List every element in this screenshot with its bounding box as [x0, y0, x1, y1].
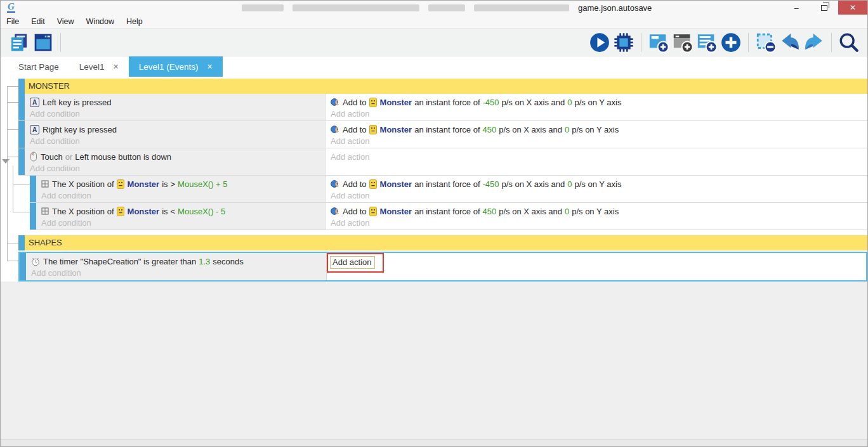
tree-line	[7, 86, 18, 87]
tab-label: Start Page	[18, 62, 59, 72]
window-title-text: game.json.autosave	[578, 3, 652, 13]
collapse-arrow-icon[interactable]	[2, 159, 10, 164]
gdevelop-window: G game.json.autosave – ✕ File Edit View …	[0, 0, 868, 447]
add-condition-link[interactable]: Add condition	[25, 162, 325, 173]
open-scene-icon	[33, 32, 53, 53]
close-tab-icon[interactable]: ×	[207, 62, 213, 72]
event-bar	[20, 253, 26, 280]
force-icon	[331, 98, 339, 107]
tab-label: Level1 (Events)	[139, 62, 199, 72]
add-other-button[interactable]	[719, 30, 743, 55]
mouse-icon	[30, 152, 37, 162]
add-action-link[interactable]: Add action	[326, 135, 867, 146]
debug-button[interactable]	[612, 30, 636, 55]
monster-object-icon	[117, 179, 124, 189]
condition-text[interactable]: The timer "ShapeCreation" is greater tha…	[26, 253, 326, 267]
force-icon	[331, 179, 339, 188]
open-scene-button[interactable]	[31, 30, 55, 55]
force-icon	[331, 125, 339, 134]
condition-text[interactable]: The X position of Monster is < MouseX() …	[36, 203, 325, 217]
menu-edit[interactable]: Edit	[30, 16, 51, 27]
window-title: game.json.autosave	[242, 3, 652, 13]
action-text[interactable]: Add to Monster an instant force of -450 …	[326, 94, 867, 108]
condition-text[interactable]: A Left key is pressed	[25, 94, 325, 108]
undo-button[interactable]	[778, 30, 802, 55]
toolbar-separator	[641, 33, 641, 52]
menu-view[interactable]: View	[56, 16, 81, 27]
events-background	[1, 282, 867, 446]
tree-line	[7, 129, 18, 130]
action-text[interactable]: Add to Monster an instant force of -450 …	[326, 176, 867, 190]
new-project-button[interactable]	[7, 30, 31, 55]
add-action-link[interactable]: Add action	[326, 148, 867, 162]
condition-text[interactable]: A Right key is pressed	[25, 121, 325, 135]
add-event-button[interactable]	[647, 30, 671, 55]
toolbar-separator	[748, 33, 749, 52]
play-button[interactable]	[588, 30, 612, 55]
position-icon	[41, 207, 49, 215]
monster-object-icon	[117, 207, 124, 216]
add-condition-link[interactable]: Add condition	[36, 190, 325, 200]
condition-text[interactable]: Touch or Left mouse button is down	[25, 148, 325, 162]
add-condition-link[interactable]: Add condition	[25, 108, 325, 119]
event-row-left-key[interactable]: A Left key is pressed Add condition Add …	[18, 94, 867, 121]
event-row-right-key[interactable]: A Right key is pressed Add condition Add…	[18, 121, 867, 148]
add-event-icon	[648, 32, 669, 53]
redo-icon	[803, 32, 825, 53]
minimize-button[interactable]: –	[782, 1, 810, 15]
tree-line	[7, 102, 18, 103]
add-action-link[interactable]: Add action	[326, 190, 867, 200]
menu-help[interactable]: Help	[126, 16, 149, 27]
delete-selection-icon	[755, 32, 777, 53]
tab-level1-events[interactable]: Level1 (Events) ×	[129, 56, 223, 77]
add-sub-event-icon	[672, 32, 694, 53]
event-bar	[18, 94, 25, 120]
event-row-timer[interactable]: The timer "ShapeCreation" is greater tha…	[18, 252, 867, 282]
add-sub-event-button[interactable]	[671, 30, 695, 55]
add-comment-icon	[696, 32, 718, 53]
tab-level1[interactable]: Level1 ×	[69, 56, 129, 77]
delete-selection-button[interactable]	[754, 30, 778, 55]
add-comment-button[interactable]	[695, 30, 719, 55]
add-action-link[interactable]: Add action	[326, 217, 867, 228]
event-bar	[18, 148, 25, 175]
event-row-touch[interactable]: Touch or Left mouse button is down Add c…	[18, 148, 867, 176]
menu-file[interactable]: File	[6, 16, 25, 27]
add-action-link[interactable]: Add action	[326, 108, 867, 119]
event-bar	[18, 121, 25, 148]
action-text[interactable]: Add to Monster an instant force of 450 p…	[326, 121, 867, 135]
horizontal-scrollbar[interactable]	[1, 439, 867, 446]
add-action-link[interactable]: Add action	[330, 256, 375, 269]
restore-button[interactable]	[810, 1, 838, 15]
event-bar	[18, 79, 25, 94]
event-bar	[30, 203, 36, 230]
event-bar	[18, 235, 25, 250]
event-row-xpos-lt[interactable]: The X position of Monster is < MouseX() …	[30, 203, 867, 230]
tree-line	[7, 86, 8, 261]
condition-text[interactable]: The X position of Monster is > MouseX() …	[36, 176, 325, 190]
add-condition-link[interactable]: Add condition	[26, 267, 326, 278]
redacted-title-block	[428, 4, 465, 11]
add-condition-link[interactable]: Add condition	[25, 135, 325, 146]
tab-start-page[interactable]: Start Page	[8, 56, 69, 77]
keyboard-key-icon: A	[30, 125, 39, 134]
menu-bar: File Edit View Window Help	[1, 15, 867, 29]
debug-icon	[614, 32, 634, 53]
events-sheet: MONSTER A Left key is pressed Add condit…	[1, 77, 867, 446]
close-button[interactable]: ✕	[838, 1, 867, 15]
tab-label: Level1	[79, 62, 105, 72]
play-icon	[589, 32, 610, 53]
tree-line	[13, 185, 30, 185]
search-button[interactable]	[837, 30, 861, 55]
redo-button[interactable]	[802, 30, 826, 55]
event-group-monster[interactable]: MONSTER	[18, 79, 867, 94]
close-tab-icon[interactable]: ×	[114, 62, 119, 72]
menu-window[interactable]: Window	[86, 16, 121, 27]
event-group-shapes[interactable]: SHAPES	[18, 235, 867, 250]
new-project-icon	[9, 32, 29, 53]
action-text[interactable]: Add to Monster an instant force of 450 p…	[326, 203, 867, 217]
annotation-highlight-box: Add action	[327, 253, 384, 273]
restore-icon	[821, 5, 827, 11]
add-condition-link[interactable]: Add condition	[36, 217, 325, 228]
event-row-xpos-gt[interactable]: The X position of Monster is > MouseX() …	[30, 176, 867, 203]
